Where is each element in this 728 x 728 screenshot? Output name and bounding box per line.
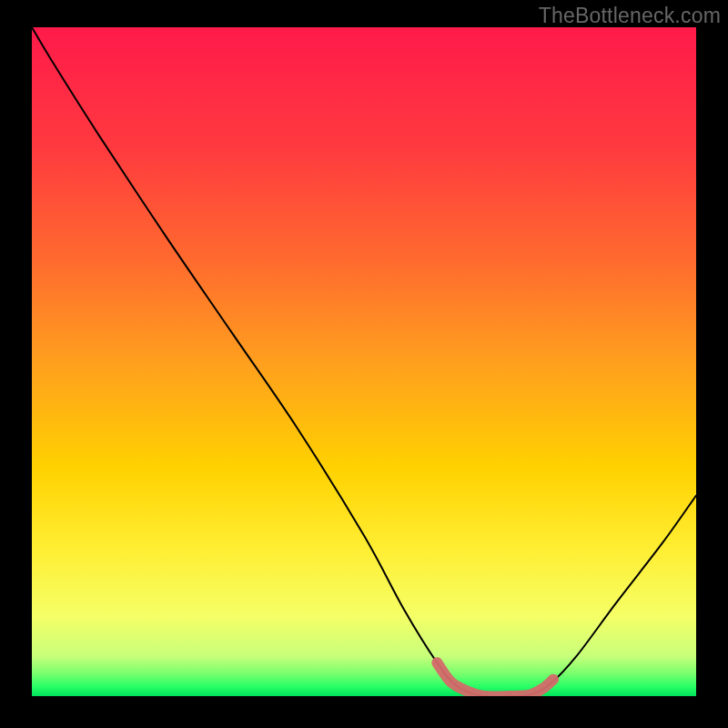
- bottleneck-chart: [0, 0, 728, 728]
- chart-frame: TheBottleneck.com: [0, 0, 728, 728]
- watermark-text: TheBottleneck.com: [539, 4, 721, 28]
- gradient-background: [32, 27, 696, 696]
